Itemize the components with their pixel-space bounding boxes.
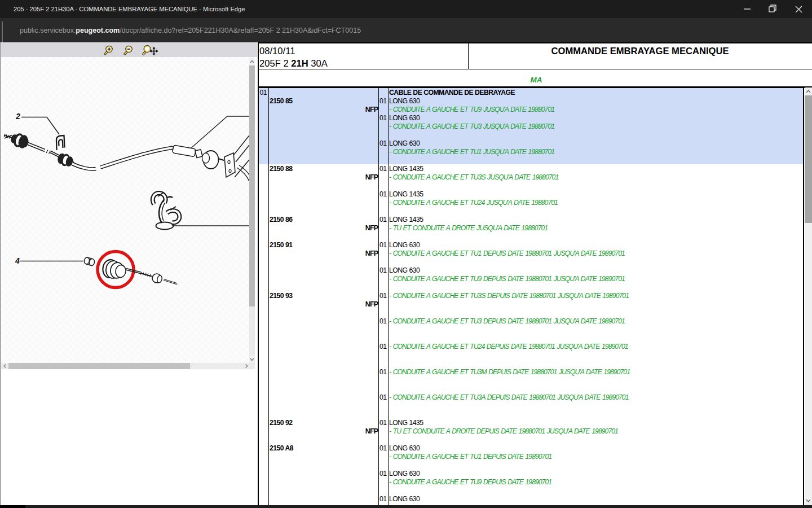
svg-text:2: 2 — [15, 112, 20, 121]
svg-text:4: 4 — [15, 256, 20, 265]
